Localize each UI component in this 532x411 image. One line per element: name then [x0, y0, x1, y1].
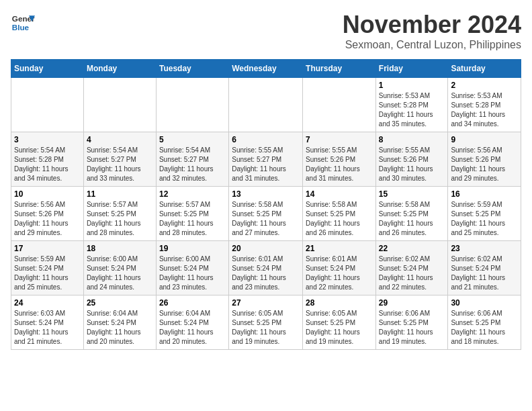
day-number: 17	[14, 244, 81, 253]
day-info: Sunrise: 6:04 AM Sunset: 5:24 PM Dayligh…	[159, 309, 226, 347]
day-number: 8	[379, 135, 445, 144]
day-number: 1	[379, 81, 445, 90]
calendar-cell: 12Sunrise: 5:57 AM Sunset: 5:25 PM Dayli…	[156, 187, 228, 241]
calendar-cell	[229, 78, 303, 132]
day-info: Sunrise: 6:02 AM Sunset: 5:24 PM Dayligh…	[379, 255, 445, 292]
day-number: 7	[306, 135, 373, 144]
day-info: Sunrise: 5:53 AM Sunset: 5:28 PM Dayligh…	[379, 91, 445, 129]
day-info: Sunrise: 5:58 AM Sunset: 5:25 PM Dayligh…	[379, 200, 445, 238]
calendar-week-row: 3Sunrise: 5:54 AM Sunset: 5:28 PM Daylig…	[11, 132, 521, 187]
svg-text:Blue: Blue	[12, 23, 30, 32]
calendar-cell: 28Sunrise: 6:05 AM Sunset: 5:25 PM Dayli…	[303, 295, 376, 350]
day-info: Sunrise: 6:06 AM Sunset: 5:25 PM Dayligh…	[379, 309, 445, 347]
weekday-header-row: SundayMondayTuesdayWednesdayThursdayFrid…	[11, 60, 521, 78]
day-info: Sunrise: 5:53 AM Sunset: 5:28 PM Dayligh…	[451, 91, 518, 129]
day-number: 18	[87, 244, 153, 253]
day-number: 5	[159, 135, 226, 144]
calendar-cell: 2Sunrise: 5:53 AM Sunset: 5:28 PM Daylig…	[448, 78, 521, 132]
day-number: 13	[232, 189, 300, 199]
day-number: 11	[87, 189, 153, 199]
calendar-cell: 11Sunrise: 5:57 AM Sunset: 5:25 PM Dayli…	[83, 187, 156, 241]
day-info: Sunrise: 6:00 AM Sunset: 5:24 PM Dayligh…	[159, 255, 226, 292]
day-number: 6	[232, 135, 300, 144]
day-info: Sunrise: 5:55 AM Sunset: 5:26 PM Dayligh…	[306, 146, 373, 183]
calendar-cell	[303, 78, 376, 132]
header: General Blue November 2024 Sexmoan, Cent…	[11, 11, 521, 51]
day-number: 29	[379, 298, 445, 308]
day-number: 30	[451, 298, 518, 308]
calendar-cell: 19Sunrise: 6:00 AM Sunset: 5:24 PM Dayli…	[156, 241, 228, 295]
calendar-table: SundayMondayTuesdayWednesdayThursdayFrid…	[11, 59, 521, 350]
day-number: 9	[451, 135, 518, 144]
calendar-cell: 8Sunrise: 5:55 AM Sunset: 5:26 PM Daylig…	[375, 132, 448, 187]
day-number: 2	[451, 81, 518, 90]
day-number: 27	[232, 298, 300, 308]
day-info: Sunrise: 6:05 AM Sunset: 5:25 PM Dayligh…	[232, 309, 300, 347]
day-info: Sunrise: 5:56 AM Sunset: 5:26 PM Dayligh…	[451, 146, 518, 183]
day-number: 16	[451, 189, 518, 199]
day-number: 22	[379, 244, 445, 253]
month-title: November 2024	[343, 11, 521, 39]
calendar-cell: 25Sunrise: 6:04 AM Sunset: 5:24 PM Dayli…	[83, 295, 156, 350]
day-info: Sunrise: 5:57 AM Sunset: 5:25 PM Dayligh…	[87, 200, 153, 238]
day-number: 21	[306, 244, 373, 253]
weekday-header-friday: Friday	[375, 60, 448, 78]
day-number: 14	[306, 189, 373, 199]
day-number: 23	[451, 244, 518, 253]
calendar-week-row: 10Sunrise: 5:56 AM Sunset: 5:26 PM Dayli…	[11, 187, 521, 241]
calendar-cell: 6Sunrise: 5:55 AM Sunset: 5:27 PM Daylig…	[229, 132, 303, 187]
logo-icon: General Blue	[11, 11, 35, 35]
day-number: 25	[87, 298, 153, 308]
calendar-cell: 10Sunrise: 5:56 AM Sunset: 5:26 PM Dayli…	[11, 187, 84, 241]
calendar-week-row: 24Sunrise: 6:03 AM Sunset: 5:24 PM Dayli…	[11, 295, 521, 350]
day-info: Sunrise: 5:55 AM Sunset: 5:27 PM Dayligh…	[232, 146, 300, 183]
calendar-cell: 16Sunrise: 5:59 AM Sunset: 5:25 PM Dayli…	[448, 187, 521, 241]
calendar-cell: 13Sunrise: 5:58 AM Sunset: 5:25 PM Dayli…	[229, 187, 303, 241]
day-info: Sunrise: 6:04 AM Sunset: 5:24 PM Dayligh…	[87, 309, 153, 347]
calendar-cell: 29Sunrise: 6:06 AM Sunset: 5:25 PM Dayli…	[375, 295, 448, 350]
calendar-cell: 14Sunrise: 5:58 AM Sunset: 5:25 PM Dayli…	[303, 187, 376, 241]
day-number: 10	[14, 189, 81, 199]
day-info: Sunrise: 6:06 AM Sunset: 5:25 PM Dayligh…	[451, 309, 518, 347]
weekday-header-monday: Monday	[83, 60, 156, 78]
weekday-header-tuesday: Tuesday	[156, 60, 228, 78]
day-info: Sunrise: 5:56 AM Sunset: 5:26 PM Dayligh…	[14, 200, 81, 238]
calendar-cell: 23Sunrise: 6:02 AM Sunset: 5:24 PM Dayli…	[448, 241, 521, 295]
day-info: Sunrise: 5:58 AM Sunset: 5:25 PM Dayligh…	[306, 200, 373, 238]
day-info: Sunrise: 5:54 AM Sunset: 5:27 PM Dayligh…	[159, 146, 226, 183]
calendar-cell	[83, 78, 156, 132]
calendar-cell: 30Sunrise: 6:06 AM Sunset: 5:25 PM Dayli…	[448, 295, 521, 350]
calendar-cell: 24Sunrise: 6:03 AM Sunset: 5:24 PM Dayli…	[11, 295, 84, 350]
calendar-cell: 4Sunrise: 5:54 AM Sunset: 5:27 PM Daylig…	[83, 132, 156, 187]
calendar-cell: 27Sunrise: 6:05 AM Sunset: 5:25 PM Dayli…	[229, 295, 303, 350]
calendar-cell: 26Sunrise: 6:04 AM Sunset: 5:24 PM Dayli…	[156, 295, 228, 350]
day-number: 26	[159, 298, 226, 308]
day-number: 20	[232, 244, 300, 253]
day-info: Sunrise: 5:54 AM Sunset: 5:28 PM Dayligh…	[14, 146, 81, 183]
calendar-cell: 3Sunrise: 5:54 AM Sunset: 5:28 PM Daylig…	[11, 132, 84, 187]
day-number: 24	[14, 298, 81, 308]
calendar-cell	[11, 78, 84, 132]
day-info: Sunrise: 5:55 AM Sunset: 5:26 PM Dayligh…	[379, 146, 445, 183]
weekday-header-thursday: Thursday	[303, 60, 376, 78]
location-subtitle: Sexmoan, Central Luzon, Philippines	[343, 39, 521, 51]
calendar-week-row: 17Sunrise: 5:59 AM Sunset: 5:24 PM Dayli…	[11, 241, 521, 295]
day-info: Sunrise: 6:00 AM Sunset: 5:24 PM Dayligh…	[87, 255, 153, 292]
weekday-header-sunday: Sunday	[11, 60, 84, 78]
day-number: 3	[14, 135, 81, 144]
day-info: Sunrise: 6:05 AM Sunset: 5:25 PM Dayligh…	[306, 309, 373, 347]
day-info: Sunrise: 6:03 AM Sunset: 5:24 PM Dayligh…	[14, 309, 81, 347]
weekday-header-saturday: Saturday	[448, 60, 521, 78]
day-info: Sunrise: 5:54 AM Sunset: 5:27 PM Dayligh…	[87, 146, 153, 183]
calendar-cell: 22Sunrise: 6:02 AM Sunset: 5:24 PM Dayli…	[375, 241, 448, 295]
weekday-header-wednesday: Wednesday	[229, 60, 303, 78]
calendar-cell: 21Sunrise: 6:01 AM Sunset: 5:24 PM Dayli…	[303, 241, 376, 295]
day-number: 28	[306, 298, 373, 308]
calendar-cell: 5Sunrise: 5:54 AM Sunset: 5:27 PM Daylig…	[156, 132, 228, 187]
day-number: 19	[159, 244, 226, 253]
day-info: Sunrise: 5:59 AM Sunset: 5:25 PM Dayligh…	[451, 200, 518, 238]
day-info: Sunrise: 5:59 AM Sunset: 5:24 PM Dayligh…	[14, 255, 81, 292]
day-info: Sunrise: 5:57 AM Sunset: 5:25 PM Dayligh…	[159, 200, 226, 238]
day-info: Sunrise: 6:02 AM Sunset: 5:24 PM Dayligh…	[451, 255, 518, 292]
calendar-week-row: 1Sunrise: 5:53 AM Sunset: 5:28 PM Daylig…	[11, 78, 521, 132]
